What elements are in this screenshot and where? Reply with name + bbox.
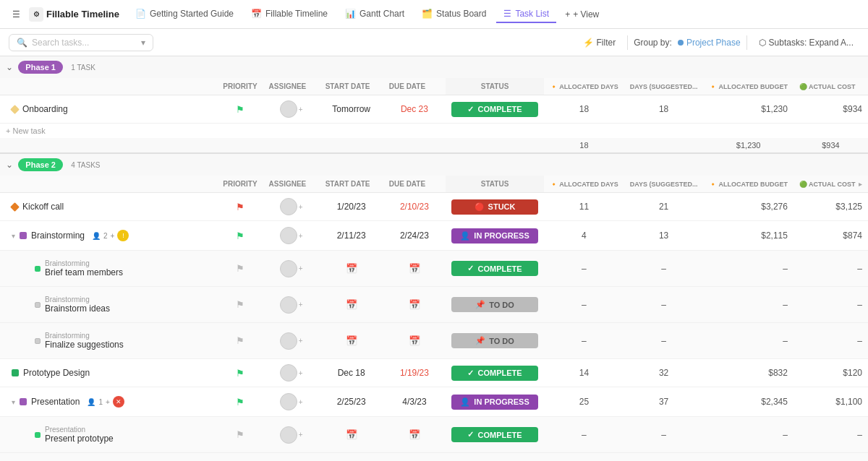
status-cell[interactable]: 📌 TO DO <box>446 323 544 359</box>
priority-cell[interactable]: ⚑ <box>217 453 263 462</box>
start-date-cell[interactable]: 1/20/23 <box>320 193 383 221</box>
assignee-cell[interactable]: + <box>263 251 320 287</box>
priority-cell[interactable]: ⚑ <box>217 387 263 417</box>
phase1-expand[interactable]: ⌄ <box>6 62 13 72</box>
task-dot <box>35 338 41 344</box>
table-row: Presentation Present prototype ⚑ + 📅 📅 ✓… <box>0 417 868 453</box>
task-name-cell: Onboarding <box>0 95 217 124</box>
priority-cell[interactable]: ⚑ <box>217 193 263 221</box>
priority-cell[interactable]: ⚑ <box>217 251 263 287</box>
status-icon: ✓ <box>467 264 474 273</box>
col-status2: STATUS <box>446 176 544 193</box>
collapse-icon[interactable]: ▾ <box>12 232 15 240</box>
task-name: Brainstorming <box>31 231 85 241</box>
status-cell[interactable]: 👤 IN PROGRESS <box>446 387 544 417</box>
due-date-cell[interactable]: Dec 23 <box>383 95 446 124</box>
add-assignee[interactable]: + <box>299 337 303 345</box>
start-date-cell[interactable]: 2/11/23 <box>320 221 383 251</box>
phase2-expand[interactable]: ⌄ <box>6 160 13 170</box>
status-cell[interactable]: ✓ COMPLETE <box>446 359 544 387</box>
phase1-badge[interactable]: Phase 1 <box>18 61 63 74</box>
assignee-cell[interactable]: + <box>263 323 320 359</box>
actual-cost-icon: 🟢 <box>799 83 807 90</box>
priority-cell[interactable]: ⚑ <box>217 95 263 124</box>
search-icon: 🔍 <box>17 38 27 48</box>
tab-fillable-timeline[interactable]: 📅 Fillable Timeline <box>244 6 335 23</box>
priority-cell[interactable]: ⚑ <box>217 323 263 359</box>
add-assignee[interactable]: + <box>299 203 303 211</box>
group-by-label: Group by: <box>634 38 672 48</box>
due-date-cell[interactable]: 1/19/23 <box>383 359 446 387</box>
add-assignee[interactable]: + <box>299 301 303 309</box>
start-date-cell[interactable]: 2/25/23 <box>320 387 383 417</box>
table-container: ⌄ Phase 1 1 TASK PRIORITY ASSIGNEE START… <box>0 56 868 461</box>
task-name: Presentation <box>31 397 80 407</box>
col-due-date2: DUE DATE <box>383 176 446 193</box>
status-cell[interactable]: 👤 IN PROGRESS <box>446 221 544 251</box>
due-date-cell[interactable]: 2/10/23 <box>383 193 446 221</box>
assignee-cell[interactable]: + <box>263 417 320 453</box>
start-date-cell[interactable]: 📅 <box>320 453 383 462</box>
task-name: Onboarding <box>22 104 68 114</box>
priority-cell[interactable]: ⚑ <box>217 359 263 387</box>
due-date-cell[interactable]: 📅 <box>383 287 446 323</box>
group-by-value[interactable]: Project Phase <box>678 38 741 48</box>
start-date-cell[interactable]: 📅 <box>320 323 383 359</box>
due-date-cell[interactable]: 📅 <box>383 323 446 359</box>
top-nav: ☰ ⚙ Fillable Timeline 📄 Getting Started … <box>0 0 868 29</box>
tab-task-list[interactable]: ☰ Task List <box>496 6 556 23</box>
avatar <box>280 260 297 277</box>
status-cell[interactable]: 📌 TO DO <box>446 287 544 323</box>
status-cell[interactable]: 🔴 STUCK <box>446 193 544 221</box>
assignee-cell[interactable]: + <box>263 221 320 251</box>
new-task-label[interactable]: + New task <box>0 124 868 139</box>
due-date-cell[interactable]: 📅 <box>383 453 446 462</box>
status-cell[interactable]: ✓ COMPLETE <box>446 417 544 453</box>
add-assignee[interactable]: + <box>299 264 303 272</box>
assignee-cell[interactable]: + <box>263 193 320 221</box>
priority-cell[interactable]: ⚑ <box>217 287 263 323</box>
filter-button[interactable]: ⚡ Filter <box>577 35 622 51</box>
filter-icon: ⚡ <box>583 38 594 48</box>
phase1-header-cell: ⌄ Phase 1 1 TASK <box>0 56 868 78</box>
status-badge: 👤 IN PROGRESS <box>451 395 538 410</box>
assignee-cell[interactable]: + <box>263 287 320 323</box>
col-allocated-days: 🔸 ALLOCATED DAYS <box>544 78 624 95</box>
add-assignee[interactable]: + <box>299 431 303 439</box>
assignee-cell[interactable]: + <box>263 359 320 387</box>
task-dot <box>10 105 20 114</box>
tab-gantt-chart[interactable]: 📊 Gantt Chart <box>338 6 412 23</box>
assignee-cell[interactable]: + <box>263 453 320 462</box>
priority-cell[interactable]: ⚑ <box>217 417 263 453</box>
phase2-badge[interactable]: Phase 2 <box>18 158 63 171</box>
col-status: STATUS <box>446 78 544 95</box>
search-dropdown-icon[interactable]: ▾ <box>141 38 145 48</box>
start-date-cell[interactable]: 📅 <box>320 287 383 323</box>
add-view-button[interactable]: + + View <box>559 7 605 22</box>
due-date-cell[interactable]: 📅 <box>383 417 446 453</box>
due-date-cell[interactable]: 4/3/23 <box>383 387 446 417</box>
start-date-cell[interactable]: 📅 <box>320 417 383 453</box>
start-date-cell[interactable]: Dec 18 <box>320 359 383 387</box>
menu-button[interactable]: ☰ <box>6 4 26 25</box>
due-date-cell[interactable]: 📅 <box>383 251 446 287</box>
add-assignee[interactable]: + <box>299 369 303 377</box>
add-assignee[interactable]: + <box>299 105 303 113</box>
status-cell[interactable]: ✓ COMPLETE <box>446 251 544 287</box>
tab-getting-started[interactable]: 📄 Getting Started Guide <box>128 6 241 23</box>
subtasks-button[interactable]: ⬡ Subtasks: Expand A... <box>753 35 859 51</box>
priority-cell[interactable]: ⚑ <box>217 221 263 251</box>
search-box[interactable]: 🔍 Search tasks... ▾ <box>9 34 153 51</box>
add-assignee[interactable]: + <box>299 398 303 406</box>
collapse-icon[interactable]: ▾ <box>12 398 15 406</box>
start-date-cell[interactable]: 📅 <box>320 251 383 287</box>
start-date-cell[interactable]: Tomorrow <box>320 95 383 124</box>
assignee-cell[interactable]: + <box>263 95 320 124</box>
status-cell[interactable]: ✓ COMPLETE <box>446 453 544 462</box>
assignee-cell[interactable]: + <box>263 387 320 417</box>
due-date-cell[interactable]: 2/24/23 <box>383 221 446 251</box>
new-task-row[interactable]: + New task <box>0 124 868 139</box>
tab-status-board[interactable]: 🗂️ Status Board <box>414 6 493 23</box>
status-cell[interactable]: ✓ COMPLETE <box>446 95 544 124</box>
add-assignee[interactable]: + <box>299 232 303 240</box>
